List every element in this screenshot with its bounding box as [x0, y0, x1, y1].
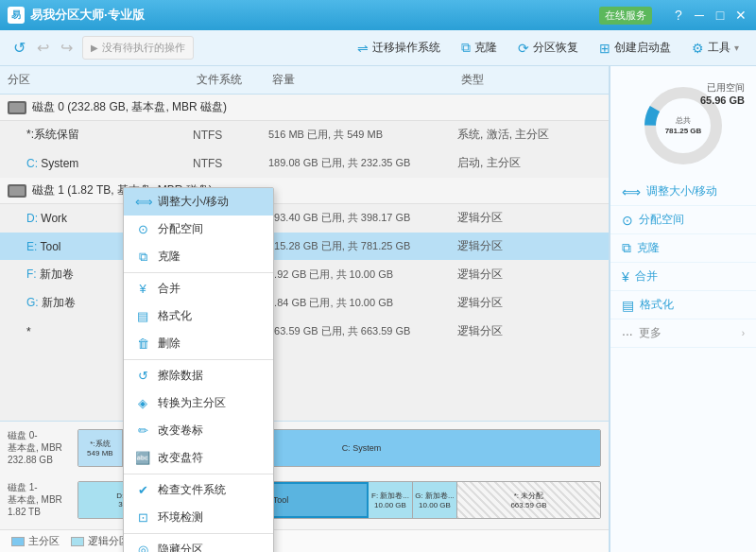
- part-name: *:系统保留: [0, 125, 189, 145]
- ctx-merge-icon: ¥: [135, 282, 150, 296]
- table-row[interactable]: D: Work NTFS 393.40 GB 已用, 共 398.17 GB 逻…: [0, 204, 609, 233]
- part-cap: 715.28 GB 已用, 共 781.25 GB: [265, 237, 454, 255]
- ctx-check-icon: ✔: [135, 483, 150, 497]
- part-type: 逻辑分区: [454, 236, 609, 256]
- svg-text:总共: 总共: [675, 116, 691, 125]
- merge-label: 合并: [635, 268, 658, 285]
- table-row[interactable]: E: Tool NTFS 715.28 GB 已用, 共 781.25 GB 逻…: [0, 233, 609, 261]
- legend-primary: 主分区: [11, 534, 60, 548]
- migrate-button[interactable]: ⇌ 迁移操作系统: [348, 36, 450, 60]
- legend-primary-color: [11, 537, 25, 546]
- tools-label: 工具: [708, 40, 730, 56]
- minimize-button[interactable]: ─: [692, 8, 707, 23]
- right-action-resize[interactable]: ⟺ 调整大小/移动: [610, 178, 756, 206]
- part-fs: NTFS: [189, 155, 265, 172]
- right-action-clone[interactable]: ⧉ 克隆: [610, 234, 756, 263]
- ctx-item-wipe[interactable]: ↺ 擦除数据: [124, 362, 273, 389]
- chevron-right-icon: ›: [742, 328, 745, 338]
- ctx-item-clone[interactable]: ⧉ 克隆: [124, 243, 273, 270]
- used-value: 65.96 GB: [700, 95, 745, 106]
- ctx-format-label: 格式化: [158, 308, 192, 324]
- ctx-label-label: 改变卷标: [158, 423, 203, 439]
- ctx-resize-label: 调整大小/移动: [158, 194, 229, 210]
- refresh-button[interactable]: ↺: [8, 35, 31, 60]
- ctx-format-icon: ▤: [135, 309, 150, 323]
- bootdisk-icon: ⊞: [599, 41, 610, 56]
- disk-map-label-1: 磁盘 1-基本盘, MBR1.82 TB: [8, 481, 74, 518]
- ctx-item-resize[interactable]: ⟺ 调整大小/移动: [124, 188, 273, 216]
- ctx-letter-icon: 🔤: [135, 451, 150, 465]
- ctx-clone-label: 克隆: [158, 249, 180, 265]
- ctx-primary-label: 转换为主分区: [158, 395, 226, 411]
- col-type: 类型: [454, 70, 609, 90]
- table-row[interactable]: *:系统保留 NTFS 516 MB 已用, 共 549 MB 系统, 激活, …: [0, 121, 609, 149]
- clone-icon: ⧉: [461, 40, 471, 56]
- allocate-label: 分配空间: [639, 212, 684, 228]
- right-action-more[interactable]: ··· 更多 ›: [610, 319, 756, 348]
- ctx-divider-4: [124, 533, 273, 534]
- ctx-allocate-icon: ⊙: [135, 222, 150, 236]
- ctx-item-set-primary[interactable]: ◈ 转换为主分区: [124, 389, 273, 417]
- table-row[interactable]: G: 新加卷 9.84 GB 已用, 共 10.00 GB 逻辑分区: [0, 289, 609, 318]
- clone2-icon: ⧉: [622, 240, 631, 256]
- table-row[interactable]: C: System NTFS 189.08 GB 已用, 共 232.35 GB…: [0, 149, 609, 178]
- format-label: 格式化: [640, 297, 674, 313]
- help-button[interactable]: ?: [671, 8, 686, 23]
- used-space-label: 已用空间 65.96 GB: [700, 81, 745, 106]
- close-button[interactable]: ✕: [733, 8, 748, 23]
- ctx-delete-icon: 🗑: [135, 336, 150, 351]
- toolbar-right: ⇌ 迁移操作系统 ⧉ 克隆 ⟳ 分区恢复 ⊞ 创建启动盘 ⚙ 工具 ▾: [348, 36, 748, 60]
- undo-button[interactable]: ↩: [31, 35, 55, 60]
- ctx-label-icon: ✏: [135, 423, 150, 438]
- titlebar: 易 易我分区大师·专业版 在线服务 ? ─ □ ✕: [0, 0, 756, 30]
- migrate-label: 迁移操作系统: [372, 40, 440, 56]
- titlebar-right: 在线服务 ? ─ □ ✕: [599, 7, 748, 25]
- ctx-hide-icon: ◎: [135, 543, 150, 552]
- tools-button[interactable]: ⚙ 工具 ▾: [682, 36, 748, 60]
- col-partition: 分区: [0, 70, 189, 90]
- resize-label: 调整大小/移动: [646, 183, 717, 199]
- part-type: 逻辑分区: [454, 208, 609, 228]
- right-action-allocate[interactable]: ⊙ 分配空间: [610, 206, 756, 234]
- donut-area: 已用空间 65.96 GB 总共 781.25 GB: [610, 74, 756, 178]
- ctx-item-surface[interactable]: ⊡ 环境检测: [124, 504, 273, 531]
- right-action-format[interactable]: ▤ 格式化: [610, 291, 756, 319]
- ctx-item-delete[interactable]: 🗑 删除: [124, 330, 273, 357]
- recovery-button[interactable]: ⟳ 分区恢复: [508, 36, 588, 60]
- left-panel: 分区 文件系统 容量 类型 磁盘 0 (232.88 GB, 基本盘, MBR …: [0, 66, 610, 552]
- part-type: 系统, 激活, 主分区: [454, 125, 609, 145]
- clone-label: 克隆: [474, 40, 497, 56]
- redo-button[interactable]: ↪: [55, 35, 78, 60]
- ctx-item-merge[interactable]: ¥ 合并: [124, 275, 273, 302]
- ctx-item-hide[interactable]: ◎ 隐藏分区: [124, 536, 273, 552]
- clone2-label: 克隆: [637, 240, 660, 256]
- ctx-item-check[interactable]: ✔ 检查文件系统: [124, 476, 273, 504]
- undo-redo-group: ↺ ↩ ↪: [8, 35, 78, 60]
- table-row[interactable]: * 663.59 GB 已用, 共 663.59 GB 逻辑分区: [0, 318, 609, 346]
- no-op-button: 没有待执行的操作: [82, 36, 194, 60]
- disk-map-part[interactable]: G: 新加卷... 10.00 GB: [413, 482, 457, 518]
- ctx-item-change-label[interactable]: ✏ 改变卷标: [124, 417, 273, 444]
- disk0-label: 磁盘 0 (232.88 GB, 基本盘, MBR 磁盘): [32, 99, 227, 115]
- right-action-merge[interactable]: ¥ 合并: [610, 263, 756, 291]
- disk0-header: 磁盘 0 (232.88 GB, 基本盘, MBR 磁盘): [0, 95, 609, 121]
- ctx-item-allocate[interactable]: ⊙ 分配空间: [124, 216, 273, 243]
- ctx-surface-icon: ⊡: [135, 510, 150, 525]
- ctx-item-change-letter[interactable]: 🔤 改变盘符: [124, 444, 273, 472]
- disk-map-part[interactable]: *:系统 549 MB: [78, 430, 123, 466]
- bootdisk-button[interactable]: ⊞ 创建启动盘: [590, 36, 680, 60]
- clone-button[interactable]: ⧉ 克隆: [452, 36, 507, 60]
- no-op-label: 没有待执行的操作: [102, 41, 185, 55]
- tools-chevron-icon: ▾: [734, 43, 739, 53]
- disk-map-part-unalloc[interactable]: *: 未分配 663.59 GB: [457, 482, 600, 518]
- disk-map-row-0: 磁盘 0-基本盘, MBR232.88 GB *:系统 549 MB C: Sy…: [0, 422, 609, 474]
- merge-icon: ¥: [622, 269, 629, 285]
- maximize-button[interactable]: □: [713, 8, 728, 23]
- table-row[interactable]: F: 新加卷 9.92 GB 已用, 共 10.00 GB 逻辑分区: [0, 261, 609, 289]
- legend: 主分区 逻辑分区 未分配: [0, 529, 609, 552]
- context-menu: ⟺ 调整大小/移动 ⊙ 分配空间 ⧉ 克隆 ¥ 合并 ▤ 格式化 🗑 删除 ↺ …: [123, 187, 274, 552]
- part-cap: 663.59 GB 已用, 共 663.59 GB: [265, 322, 454, 340]
- ctx-item-format[interactable]: ▤ 格式化: [124, 302, 273, 330]
- disk-map-part[interactable]: F: 新加卷... 10.00 GB: [369, 482, 413, 518]
- right-panel: 已用空间 65.96 GB 总共 781.25 GB ⟺ 调整大小/移动 ⊙: [610, 66, 756, 552]
